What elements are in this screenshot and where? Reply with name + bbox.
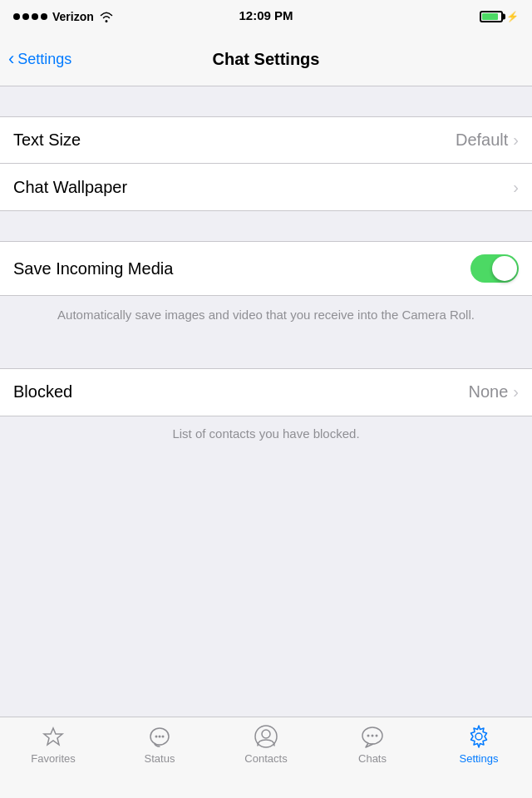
chat-wallpaper-row[interactable]: Chat Wallpaper › (0, 164, 532, 210)
svg-point-6 (255, 726, 277, 747)
save-incoming-media-toggle[interactable] (470, 254, 519, 283)
save-incoming-media-row: Save Incoming Media (0, 242, 532, 295)
nav-bar: ‹ Settings Chat Settings (0, 33, 532, 86)
favorites-label: Favorites (31, 752, 75, 765)
battery-icon (480, 11, 503, 22)
settings-label: Settings (460, 752, 499, 765)
signal-dots (13, 13, 47, 20)
favorites-icon (41, 724, 66, 749)
blocked-value: None › (469, 382, 519, 401)
status-bar: Verizon 12:09 PM ⚡ (0, 0, 532, 33)
text-size-row[interactable]: Text Size Default › (0, 117, 532, 164)
save-incoming-media-label: Save Incoming Media (13, 259, 173, 278)
svg-marker-0 (44, 728, 62, 745)
content-area: Text Size Default › Chat Wallpaper › Sav… (0, 86, 532, 554)
tab-bar: Favorites Status Contacts (0, 717, 532, 798)
tab-chats[interactable]: Chats (319, 724, 426, 765)
text-size-value: Default › (456, 131, 519, 150)
svg-point-5 (262, 730, 270, 738)
text-size-chevron-icon: › (513, 131, 519, 150)
contacts-label: Contacts (244, 752, 287, 765)
save-media-description-text: Automatically save images and video that… (13, 306, 519, 325)
tab-settings[interactable]: Settings (426, 724, 532, 765)
bottom-spacer (0, 454, 532, 554)
blocked-description-text: List of contacts you have blocked. (13, 426, 519, 441)
save-media-section: Save Incoming Media (0, 241, 532, 295)
contacts-icon (254, 724, 278, 749)
svg-point-8 (367, 735, 370, 737)
chat-wallpaper-label: Chat Wallpaper (13, 178, 127, 197)
chat-wallpaper-chevron-icon: › (513, 178, 519, 197)
blocked-description: List of contacts you have blocked. (0, 416, 532, 454)
blocked-label: Blocked (13, 382, 72, 401)
svg-point-10 (376, 735, 378, 737)
settings-icon (466, 724, 491, 749)
section-gap-3 (0, 338, 532, 368)
back-label: Settings (17, 51, 71, 68)
tab-favorites[interactable]: Favorites (0, 724, 106, 765)
svg-point-9 (372, 735, 374, 737)
status-left: Verizon (13, 10, 114, 23)
status-right: ⚡ (480, 11, 519, 22)
toggle-thumb (492, 256, 517, 281)
wifi-icon (99, 11, 114, 22)
chat-wallpaper-value: › (513, 178, 519, 197)
chats-label: Chats (358, 752, 387, 765)
carrier-label: Verizon (52, 10, 94, 23)
blocked-row[interactable]: Blocked None › (0, 369, 532, 416)
back-chevron-icon: ‹ (8, 50, 14, 68)
charging-icon: ⚡ (506, 11, 519, 22)
svg-point-3 (159, 736, 161, 738)
toggle-track (470, 254, 519, 283)
status-icon (147, 724, 172, 749)
svg-point-11 (475, 733, 482, 740)
status-time: 12:09 PM (239, 8, 293, 22)
tab-status[interactable]: Status (106, 724, 213, 765)
blocked-chevron-icon: › (513, 382, 519, 401)
text-size-label: Text Size (13, 131, 81, 150)
section-gap-2 (0, 211, 532, 241)
section-gap-1 (0, 86, 532, 116)
svg-point-2 (155, 736, 158, 738)
back-button[interactable]: ‹ Settings (8, 51, 71, 68)
status-label: Status (145, 752, 175, 765)
tab-contacts[interactable]: Contacts (213, 724, 319, 765)
page-title: Chat Settings (213, 50, 320, 69)
chats-icon (360, 724, 385, 749)
svg-point-4 (162, 736, 165, 738)
display-section: Text Size Default › Chat Wallpaper › (0, 116, 532, 211)
save-media-description: Automatically save images and video that… (0, 295, 532, 338)
blocked-section: Blocked None › (0, 368, 532, 416)
